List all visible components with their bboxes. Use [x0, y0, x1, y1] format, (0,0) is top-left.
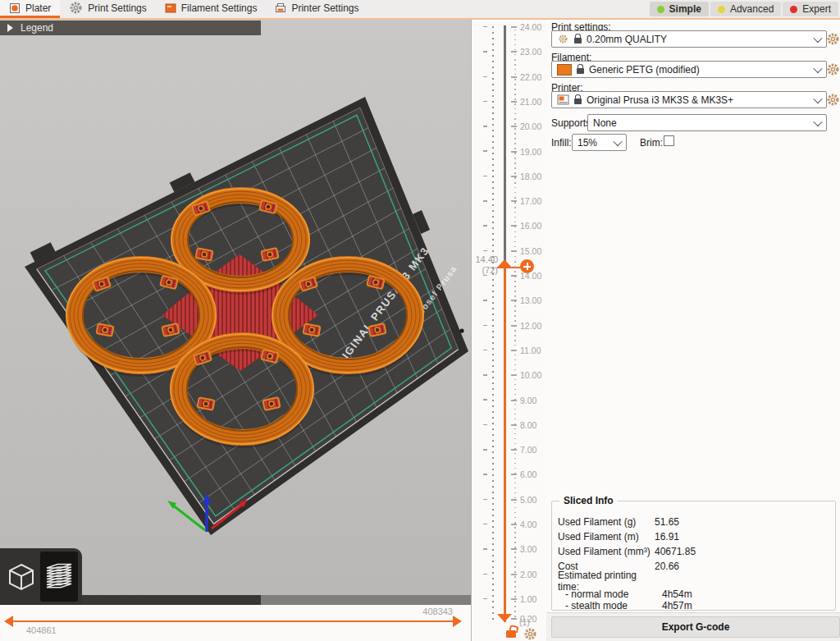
move-slider-track[interactable] [13, 620, 453, 622]
chevron-down-icon [813, 117, 822, 126]
mode-label: Simple [669, 3, 701, 15]
sliced-info-row: - normal mode4h54m [558, 588, 829, 600]
filament-spool-icon [165, 2, 176, 14]
gear-icon [826, 67, 840, 79]
tab-printer-settings[interactable]: Printer Settings [266, 0, 368, 18]
layer-slider-column: 14.40 (72) 24.0023.0022.0021.0020.0019.0… [471, 20, 546, 641]
current-layer-height-label: 14.40 [470, 254, 498, 264]
printer-select[interactable]: Original Prusa i3 MK3S & MK3S+ [551, 91, 827, 108]
bottom-layer-number-label: (1) [519, 617, 530, 627]
printer-preset-icon [557, 94, 569, 105]
printer-icon [275, 2, 286, 14]
advanced-mode-dot-icon [718, 6, 725, 13]
edit-print-settings-button[interactable] [826, 32, 840, 46]
ruler-tick: 3.00 [511, 544, 536, 554]
tab-plater[interactable]: Plater [0, 0, 60, 18]
current-layer-number-label: (72) [470, 265, 498, 275]
tab-print-settings[interactable]: Print Settings [60, 0, 155, 18]
ruler-tick: 15.00 [511, 246, 541, 256]
plater-icon [9, 2, 21, 14]
lock-icon [574, 98, 582, 104]
mode-expert-button[interactable]: Expert [783, 2, 838, 16]
tab-label: Printer Settings [291, 2, 358, 14]
gear-icon [826, 37, 840, 48]
ruler-tick: 22.00 [511, 72, 541, 82]
mode-switcher: Simple Advanced Expert [648, 0, 840, 18]
expand-triangle-icon [7, 24, 13, 32]
3d-viewport[interactable]: ORIGINAL PRUSA i3 MK3by Josef Prusa Lege… [0, 20, 471, 605]
ruler-tick: 1.00 [511, 594, 536, 604]
legend-label: Legend [21, 22, 53, 34]
move-slider-max-label: 408343 [422, 607, 453, 616]
chevron-down-icon [613, 136, 622, 145]
ruler-tick: 2.00 [511, 570, 536, 579]
ruler-tick: 24.00 [511, 22, 541, 32]
ruler-tick: 10.00 [511, 370, 541, 380]
supports-select[interactable]: None [587, 114, 827, 131]
legend-collapsed-bar[interactable]: Legend [0, 21, 261, 35]
lock-icon [574, 38, 582, 43]
ruler-tick: 9.00 [511, 396, 536, 405]
move-slider-bar: 408343 404861 [0, 605, 471, 641]
filament-color-swatch [557, 64, 572, 76]
ruler-tick: 8.00 [511, 420, 536, 430]
infill-select[interactable]: 15% [572, 134, 627, 151]
preset-gear-icon [557, 33, 569, 45]
gear-icon [523, 632, 537, 641]
mode-label: Expert [802, 3, 831, 15]
tab-filament-settings[interactable]: Filament Settings [156, 0, 267, 18]
print-settings-gear-icon [69, 1, 83, 15]
sliced-info-row: Estimated printing time: [558, 574, 829, 588]
move-slider-right-thumb[interactable] [453, 616, 462, 627]
cube-3d-icon [5, 561, 38, 593]
viewport-bottom-gray-strip [261, 595, 471, 605]
layer-stack-icon [42, 561, 76, 593]
ruler-tick: 5.00 [511, 495, 536, 505]
editor-view-button[interactable] [2, 552, 40, 602]
mode-advanced-button[interactable]: Advanced [710, 2, 781, 16]
ruler-tick: 19.00 [511, 147, 541, 157]
ruler-tick: 14.00 [511, 271, 541, 281]
move-slider-left-thumb[interactable] [4, 616, 13, 627]
mode-label: Advanced [730, 3, 774, 15]
sliced-info-box: Sliced Info Used Filament (g)51.65Used F… [551, 501, 836, 611]
chevron-down-icon [813, 94, 822, 103]
export-gcode-button[interactable]: Export G-code [551, 616, 840, 638]
chevron-down-icon [813, 33, 822, 42]
layer-slider-track-lower[interactable] [504, 267, 506, 622]
layer-slider-track-upper[interactable] [504, 25, 506, 267]
ruler-tick: 6.00 [511, 469, 536, 479]
gear-icon [826, 98, 840, 109]
ruler-tick: 21.00 [511, 97, 541, 107]
brim-checkbox[interactable] [664, 135, 674, 146]
unlock-icon[interactable] [506, 630, 516, 638]
supports-value: None [593, 117, 810, 129]
ruler-tick: 16.00 [511, 221, 541, 231]
print-settings-select[interactable]: 0.20mm QUALITY [551, 30, 827, 48]
edit-filament-button[interactable] [826, 62, 840, 76]
sliced-info-row: - stealth mode4h57m [558, 600, 829, 611]
tab-label: Print Settings [88, 2, 146, 14]
sliced-info-title: Sliced Info [559, 495, 618, 506]
ruler-tick: 18.00 [511, 172, 541, 181]
sliced-info-row: Used Filament (m)16.91 [558, 529, 829, 544]
move-slider-current-label: 404861 [26, 625, 57, 635]
layer-ruler: 24.0023.0022.0021.0020.0019.0018.0017.00… [509, 20, 547, 641]
settings-panel: Print settings: 0.20mm QUALITY Filament:… [546, 20, 840, 641]
filament-select[interactable]: Generic PETG (modified) [551, 61, 827, 78]
view-mode-toolbar [0, 548, 82, 605]
preview-view-button[interactable] [40, 552, 78, 602]
slider-settings-gear-button[interactable] [523, 627, 537, 641]
expert-mode-dot-icon [790, 6, 797, 13]
print-settings-value: 0.20mm QUALITY [587, 34, 810, 45]
infill-label: Infill: [551, 137, 572, 149]
tab-label: Plater [25, 2, 51, 14]
edit-printer-button[interactable] [826, 93, 840, 107]
scene-svg[interactable]: ORIGINAL PRUSA i3 MK3by Josef Prusa [0, 20, 471, 605]
printer-value: Original Prusa i3 MK3S & MK3S+ [587, 94, 810, 106]
sliced-info-row: Used Filament (mm³)40671.85 [558, 544, 829, 559]
layer-slider-major-ticks [483, 26, 487, 620]
filament-value: Generic PETG (modified) [589, 64, 810, 76]
sliced-info-row: Used Filament (g)51.65 [558, 515, 829, 529]
mode-simple-button[interactable]: Simple [650, 2, 709, 16]
